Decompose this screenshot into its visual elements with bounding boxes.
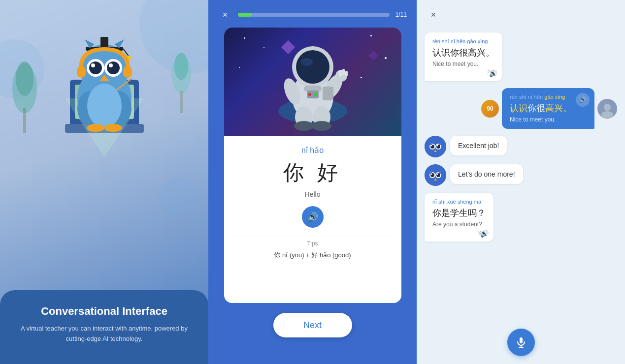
owl-avatar-2 bbox=[425, 164, 446, 186]
svg-rect-40 bbox=[345, 71, 348, 76]
msg2-english: Nice to meet you. bbox=[510, 116, 587, 123]
svg-point-58 bbox=[437, 145, 438, 147]
svg-point-44 bbox=[312, 121, 331, 131]
svg-point-43 bbox=[294, 121, 314, 131]
card-chinese: 你 好 bbox=[283, 159, 342, 186]
star4 bbox=[385, 57, 387, 59]
svg-point-27 bbox=[87, 124, 104, 132]
svg-rect-71 bbox=[439, 171, 441, 174]
card-pinyin: nǐ hǎo bbox=[301, 146, 324, 155]
msg5-pinyin: nǐ shì xué shēng ma bbox=[432, 199, 486, 205]
svg-rect-45 bbox=[323, 87, 333, 100]
owl-message-text-2: Let's do one more! bbox=[458, 170, 515, 178]
svg-point-50 bbox=[604, 104, 611, 111]
msg1-counter: 2/6 bbox=[432, 69, 494, 75]
svg-rect-72 bbox=[520, 337, 523, 343]
user-sound-icon[interactable]: 🔊 bbox=[576, 93, 590, 107]
progress-bar-container bbox=[238, 13, 390, 17]
svg-point-18 bbox=[91, 63, 95, 67]
microphone-button[interactable] bbox=[507, 329, 535, 356]
card-divider bbox=[234, 236, 392, 236]
msg1-pinyin: rèn shí nǐ hěn gāo xìng bbox=[432, 38, 494, 45]
owl-avatar-1 bbox=[425, 136, 446, 157]
chat-message-5: nǐ shì xué shēng ma 你是学生吗？ Are you a stu… bbox=[425, 193, 493, 242]
panel1-bottom: Conversational Interface A virtual teach… bbox=[0, 290, 208, 364]
progress-fraction: 1/11 bbox=[395, 11, 407, 18]
svg-rect-70 bbox=[429, 171, 432, 174]
next-button[interactable]: Next bbox=[273, 313, 352, 337]
svg-rect-22 bbox=[123, 66, 132, 78]
star3 bbox=[370, 35, 372, 36]
panel2-header: × 1/11 bbox=[208, 0, 417, 28]
user-message-bubble: 🔊 rèn shí nǐ hěn gāo xìng 认识你很高兴。 Nice t… bbox=[502, 88, 594, 129]
svg-rect-21 bbox=[77, 66, 86, 78]
next-button-label: Next bbox=[303, 320, 322, 331]
msg5-chinese: 你是学生吗？ bbox=[432, 207, 486, 219]
star6 bbox=[361, 77, 362, 78]
svg-point-32 bbox=[296, 50, 329, 84]
panel2-close-button[interactable]: × bbox=[218, 8, 232, 22]
owl-message-more: Let's do one more! bbox=[450, 164, 523, 184]
panel3-close-button[interactable]: × bbox=[427, 8, 440, 22]
msg1-sound-icon[interactable]: 🔊 bbox=[489, 69, 497, 77]
svg-point-28 bbox=[104, 124, 122, 132]
msg2-chinese: 认识你很高兴。 bbox=[510, 102, 587, 114]
panel-conversational-interface: Conversational Interface A virtual teach… bbox=[0, 0, 208, 364]
svg-point-33 bbox=[301, 58, 313, 66]
star1 bbox=[244, 37, 245, 39]
svg-point-26 bbox=[87, 84, 122, 128]
chat-message-1: rèn shí nǐ hěn gāo xìng 认识你很高兴。 Nice to … bbox=[425, 32, 502, 81]
svg-point-48 bbox=[314, 93, 317, 96]
owl-avatar-icon-1 bbox=[425, 136, 446, 157]
user-avatar-icon bbox=[598, 99, 617, 118]
panel1-description: A virtual teacher you can interact with … bbox=[15, 324, 194, 344]
owl-message-text-1: Excellent job! bbox=[458, 142, 499, 150]
msg5-english: Are you a student? bbox=[432, 221, 486, 228]
svg-point-47 bbox=[308, 93, 311, 96]
panel1-title: Conversational Interface bbox=[15, 305, 194, 318]
msg2-pinyin: rèn shí nǐ hěn gāo xìng bbox=[510, 94, 587, 100]
svg-point-16 bbox=[89, 61, 102, 74]
close-icon: × bbox=[431, 10, 436, 20]
score-value: 90 bbox=[487, 105, 493, 112]
svg-rect-39 bbox=[342, 69, 345, 75]
sound-icon: 🔊 bbox=[307, 212, 318, 222]
msg5-sound-icon[interactable]: 🔊 bbox=[480, 230, 489, 238]
svg-rect-61 bbox=[439, 143, 441, 145]
svg-rect-60 bbox=[429, 143, 432, 145]
diamond-decoration2 bbox=[368, 51, 378, 61]
svg-point-17 bbox=[107, 61, 120, 74]
chat-message-4: Let's do one more! bbox=[425, 164, 617, 186]
msg5-counter: 3/6 bbox=[432, 230, 486, 236]
star5 bbox=[239, 67, 240, 68]
owl-message-excellent: Excellent job! bbox=[450, 136, 507, 155]
svg-point-19 bbox=[109, 63, 113, 67]
tips-label: Tips bbox=[307, 240, 318, 247]
owl-scene bbox=[26, 30, 183, 226]
svg-rect-38 bbox=[339, 70, 342, 77]
msg1-chinese: 认识你很高兴。 bbox=[432, 47, 494, 59]
svg-rect-9 bbox=[100, 37, 108, 48]
owl-illustration bbox=[60, 30, 149, 138]
card-image bbox=[224, 28, 401, 136]
msg1-english: Nice to meet you. bbox=[432, 61, 494, 67]
panel-chat: × rèn shí nǐ hěn gāo xìng 认识你很高兴。 Nice t… bbox=[417, 0, 625, 364]
svg-point-68 bbox=[437, 174, 438, 175]
chat-area[interactable]: rèn shí nǐ hěn gāo xìng 认识你很高兴。 Nice to … bbox=[417, 28, 625, 324]
progress-bar-fill bbox=[238, 13, 252, 17]
star2 bbox=[263, 47, 264, 48]
panel3-header: × bbox=[417, 0, 625, 28]
score-badge: 90 bbox=[481, 100, 499, 118]
user-avatar bbox=[597, 99, 617, 119]
chat-message-3: Excellent job! bbox=[425, 136, 617, 157]
mic-icon bbox=[515, 336, 527, 348]
owl-avatar-icon-2 bbox=[425, 164, 446, 186]
card-content: nǐ hǎo 你 好 Hello 🔊 Tips 你 nǐ (you) + 好 h… bbox=[224, 136, 401, 303]
panel-flashcard: × 1/11 bbox=[208, 0, 417, 364]
card-english: Hello bbox=[305, 190, 321, 198]
sound-button[interactable]: 🔊 bbox=[302, 206, 324, 228]
flashcard: nǐ hǎo 你 好 Hello 🔊 Tips 你 nǐ (you) + 好 h… bbox=[224, 28, 401, 303]
tips-text: 你 nǐ (you) + 好 hǎo (good) bbox=[274, 251, 351, 260]
chat-message-2-container: 90 🔊 rèn shí nǐ hěn gāo xìng 认识你很高兴。 Nic… bbox=[481, 88, 617, 129]
